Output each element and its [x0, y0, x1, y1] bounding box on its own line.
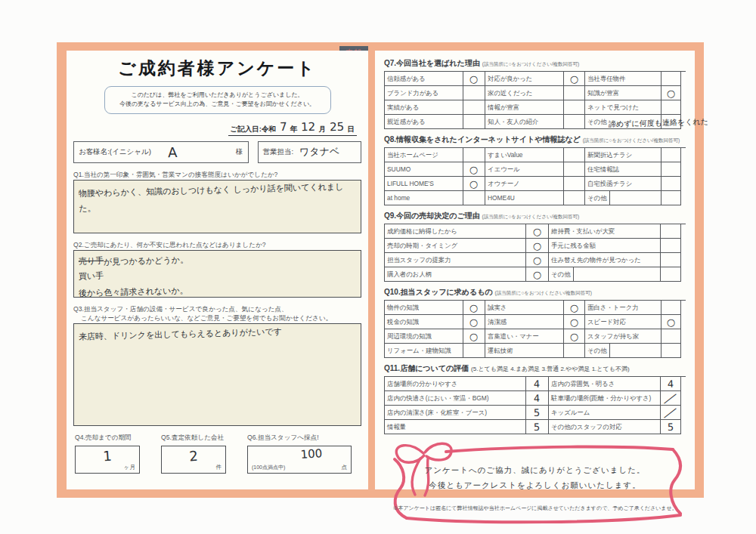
option-label: ブランド力がある — [385, 86, 463, 100]
mark-cell — [661, 253, 681, 267]
option-label: 当社専任物件 — [585, 72, 662, 86]
q2-line1-handwritten: が見つかるかどうか。 — [104, 252, 189, 270]
q3-answer-box: 来店時、ドリンクを出してもらえるとありがたいです — [73, 323, 361, 426]
q8-title-text: Q8.情報収集をされたインターネットサイトや情報誌など — [384, 135, 581, 144]
mark-cell — [661, 267, 681, 282]
rating-label: 店内の雰囲気・明るさ — [549, 377, 661, 391]
left-panel: ご成約者様アンケート このたびは、弊社をご利用いただきありがとうございました。 … — [67, 51, 368, 489]
mark-cell — [463, 100, 485, 115]
circle-mark: ○ — [570, 330, 579, 341]
q11-rating-scale: (5.とても満足 4.まあ満足 3.普通 2.やや満足 1.とても不満) — [471, 366, 629, 372]
option-label: 税金の知識 — [385, 315, 463, 329]
option-label: 誠実さ — [485, 301, 564, 315]
circle-mark: ○ — [469, 73, 479, 84]
mark-cell — [463, 115, 485, 129]
mark-cell — [662, 329, 681, 344]
option-label: 物件の知識 — [385, 301, 463, 315]
option-label: 信頼感がある — [385, 72, 463, 86]
q7-other-handwritten: 諦めずに何度も連絡をくれた — [609, 116, 708, 129]
q4-value-handwritten: 1 — [103, 448, 113, 465]
date-year-unit: 年 — [290, 125, 298, 133]
q10-note: (該当箇所に○をおつけください/複数回答可) — [495, 290, 592, 295]
option-label: 実績がある — [385, 100, 463, 115]
q3-answer-handwritten: 来店時、ドリンクを出してもらえるとありがたいです — [79, 325, 282, 345]
option-label: オウチーノ — [485, 177, 564, 191]
option-label: リフォーム・建物知識 — [385, 344, 463, 358]
circle-mark: ○ — [570, 73, 579, 84]
mark-cell: ○ — [526, 239, 549, 253]
other-option-cell: その他 — [585, 344, 662, 358]
option-label: 知識が豊富 — [585, 86, 662, 100]
customer-name-field: お客様名:(イニシャル) A 様 — [73, 141, 249, 163]
mark-cell — [661, 224, 681, 239]
thanks-line2: 今後ともアークレストをよろしくお願いいたします。 — [384, 480, 686, 491]
q9-table: 成約価格に納得したから ○ 維持費・支払いが大変 売却の時期・タイミング ○ 手… — [384, 224, 686, 282]
score-handwritten: 4 — [534, 392, 541, 403]
score-handwritten: 5 — [534, 406, 541, 418]
mark-cell — [564, 177, 585, 191]
option-label: 運転技術 — [485, 344, 564, 358]
mark-cell: ○ — [463, 329, 485, 344]
mark-cell — [564, 191, 585, 205]
mark-cell: ○ — [463, 177, 485, 191]
q1-answer-box: 物腰やわらかく、知識のおしつけもなく しっかり話を聞いてくれました。 — [73, 180, 361, 233]
option-label: すまいValue — [485, 148, 564, 162]
q2-line1-struck-handwritten: 売り手 — [79, 253, 104, 269]
mark-cell — [662, 162, 681, 177]
thanks-line1: アンケートへのご協力、誠にありがとうございました。 — [384, 465, 686, 476]
thanks-disclaimer: ※本アンケートは匿名にて弊社情報誌や当社ホームページに掲載させていただきますので… — [384, 505, 686, 512]
option-label: 担当スタッフの提案力 — [385, 253, 526, 267]
name-row: お客様名:(イニシャル) A 様 営業担当: ワタナベ — [73, 141, 361, 163]
q6-unit: 点 — [342, 464, 348, 471]
mark-cell — [564, 115, 585, 129]
q2-answer-box: 売り手が見つかるかどうか。 買い手 後から色々請求されないか。 — [73, 250, 361, 298]
rating-label: キッズルーム — [549, 406, 661, 420]
q10-title: Q10.担当スタッフに求めるもの (該当箇所に○をおつけください/複数回答可) — [384, 287, 686, 298]
option-label: LIFULL HOME'S — [385, 177, 463, 191]
mark-cell — [662, 301, 681, 315]
option-label: ネットで見つけた — [585, 100, 662, 115]
mark-cell — [564, 344, 585, 358]
score-cell: 4 — [526, 391, 549, 406]
option-label: その他 — [585, 344, 610, 357]
other-option-cell: その他 — [585, 191, 662, 205]
mark-cell: ○ — [662, 315, 681, 329]
option-label: SUUMO — [385, 162, 463, 177]
q7-title: Q7.今回当社を選ばれた理由 (該当箇所に○をおつけください/複数回答可) — [384, 58, 686, 69]
q8-table: 当社ホームページ すまいValue 新聞折込チラシ SUUMO ○ イエウール … — [384, 147, 686, 205]
rating-label: 駐車場の場所(距離・分かりやすさ) — [549, 391, 661, 406]
q10-table: 物件の知識 ○ 誠実さ ○ 面白さ・トーク力 税金の知識 ○ 清潔感 ○ スピー… — [384, 300, 686, 358]
option-label: その他 — [585, 191, 610, 205]
option-label: 購入者のお人柄 — [385, 267, 526, 282]
q4-value-box: 1 ヶ月 — [75, 446, 140, 474]
option-label: 対応が良かった — [485, 72, 564, 86]
score-cell: 5 — [526, 420, 549, 434]
q5-unit: 件 — [216, 464, 222, 471]
q5-value-handwritten: 2 — [189, 448, 199, 465]
mark-cell: ○ — [564, 72, 585, 86]
q4-unit: ヶ月 — [124, 464, 135, 471]
mark-cell: ○ — [463, 72, 485, 86]
option-label: 住宅情報誌 — [585, 162, 662, 177]
q9-title: Q9.今回の売却決定のご理由 (該当箇所に○をおつけください/複数回答可) — [384, 211, 686, 221]
option-label: その他 — [549, 267, 574, 281]
q6-scale-note: (100点満点中) — [252, 464, 285, 471]
circle-mark: ○ — [570, 301, 579, 313]
q9-note: (該当箇所に○をおつけください/複数回答可) — [482, 214, 579, 219]
date-day-unit: 日 — [348, 125, 355, 133]
q11-table: 店舗場所の分かりやすさ 4 店内の雰囲気・明るさ 4 店内の快適さ(におい・室温… — [384, 376, 686, 434]
q3-label-line2: こんなサービスがあったらいいな、などご意見・ご要望を何でもお聞かせください。 — [73, 313, 361, 323]
rating-label: 店内の清潔さ(床・化粧室・ブース) — [385, 406, 526, 420]
option-label: 周辺環境の知識 — [385, 329, 463, 344]
option-label: 言葉遣い・マナー — [485, 329, 564, 344]
mark-cell: ○ — [463, 162, 485, 177]
score-cell: 4 — [526, 377, 549, 391]
q4-q6-row: Q4.売却までの期間 1 ヶ月 Q5.査定依頼した会社 2 件 Q6.担当スタッ… — [73, 434, 361, 474]
circle-mark: ○ — [533, 239, 542, 251]
mark-cell: ○ — [564, 329, 585, 344]
q5-label: Q5.査定依頼した会社 — [161, 434, 237, 443]
rating-label: 情報量 — [385, 420, 526, 434]
option-label: 当社ホームページ — [385, 148, 463, 162]
q3-label: Q3.担当スタッフ・店舗の設備・サービスで良かった点、気になった点、 こんなサー… — [73, 304, 361, 324]
circle-mark: ○ — [533, 254, 542, 265]
